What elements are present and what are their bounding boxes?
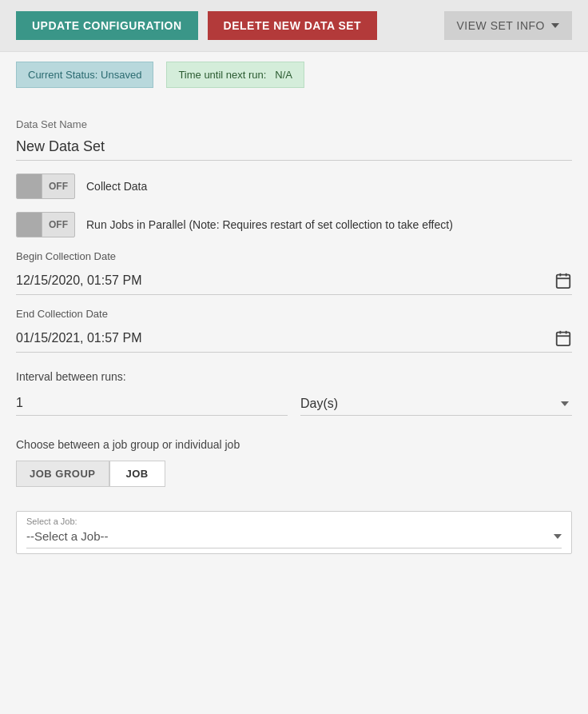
update-configuration-button[interactable]: UPDATE CONFIGURATION [16, 11, 198, 40]
select-job-label: Select a Job: [26, 517, 77, 526]
interval-number-input[interactable] [16, 391, 288, 416]
begin-collection-date-row: 12/15/2020, 01:57 PM [16, 267, 572, 295]
interval-label: Interval between runs: [16, 370, 572, 383]
status-bar: Current Status: Unsaved Time until next … [0, 52, 588, 98]
end-collection-date-field: End Collection Date 01/15/2021, 01:57 PM [16, 308, 572, 353]
toolbar: UPDATE CONFIGURATION DELETE NEW DATA SET… [0, 0, 588, 52]
chevron-down-icon [551, 23, 559, 28]
select-job-chevron-icon [554, 534, 562, 539]
data-set-name-value: New Data Set [16, 134, 572, 161]
select-job-section: Select a Job: --Select a Job-- [16, 511, 572, 554]
run-jobs-label: Run Jobs in Parallel (Note: Requires res… [86, 218, 453, 231]
collect-data-knob [17, 174, 42, 199]
end-collection-date-value: 01/15/2021, 01:57 PM [16, 331, 554, 345]
run-jobs-row: OFF Run Jobs in Parallel (Note: Requires… [16, 212, 572, 237]
interval-inputs: Minute(s) Hour(s) Day(s) Week(s) Month(s… [16, 391, 572, 416]
job-group-section: Choose between a job group or individual… [16, 438, 572, 487]
interval-section: Interval between runs: Minute(s) Hour(s)… [16, 370, 572, 416]
end-collection-date-label: End Collection Date [16, 308, 572, 320]
current-status-badge: Current Status: Unsaved [16, 62, 153, 88]
begin-collection-date-label: Begin Collection Date [16, 250, 572, 262]
svg-rect-0 [557, 275, 570, 289]
run-jobs-toggle-state: OFF [42, 219, 74, 230]
data-set-name-label: Data Set Name [16, 118, 572, 130]
current-status-label: Current Status: [28, 69, 97, 81]
main-content: Data Set Name New Data Set OFF Collect D… [0, 98, 588, 578]
view-set-info-label: VIEW SET INFO [457, 19, 545, 32]
select-job-select[interactable]: --Select a Job-- [26, 529, 554, 543]
page-container: UPDATE CONFIGURATION DELETE NEW DATA SET… [0, 0, 588, 714]
time-until-value: N/A [275, 69, 292, 81]
run-jobs-toggle[interactable]: OFF [16, 212, 75, 237]
time-until-label: Time until next run: [178, 69, 266, 81]
collect-data-toggle-state: OFF [42, 181, 74, 192]
job-group-button[interactable]: JOB GROUP [16, 461, 109, 487]
begin-collection-date-field: Begin Collection Date 12/15/2020, 01:57 … [16, 250, 572, 295]
begin-collection-date-value: 12/15/2020, 01:57 PM [16, 273, 554, 288]
collect-data-toggle[interactable]: OFF [16, 174, 75, 199]
collect-data-row: OFF Collect Data [16, 174, 572, 199]
select-job-dropdown-row: --Select a Job-- [26, 529, 562, 548]
interval-unit-container: Minute(s) Hour(s) Day(s) Week(s) Month(s… [300, 392, 572, 416]
end-date-calendar-icon[interactable] [554, 329, 572, 347]
run-jobs-knob [17, 212, 42, 237]
job-group-label: Choose between a job group or individual… [16, 438, 572, 451]
current-status-value: Unsaved [101, 69, 141, 81]
svg-rect-4 [557, 333, 570, 346]
end-collection-date-row: 01/15/2021, 01:57 PM [16, 325, 572, 353]
delete-dataset-button[interactable]: DELETE NEW DATA SET [208, 11, 378, 40]
data-set-name-field: Data Set Name New Data Set [16, 118, 572, 161]
collect-data-label: Collect Data [86, 180, 147, 193]
interval-unit-select[interactable]: Minute(s) Hour(s) Day(s) Week(s) Month(s… [300, 392, 572, 415]
view-set-info-button[interactable]: VIEW SET INFO [444, 11, 572, 40]
job-toggle-group: JOB GROUP JOB [16, 461, 572, 487]
job-button[interactable]: JOB [109, 461, 165, 487]
time-until-next-run-badge: Time until next run: N/A [166, 62, 304, 88]
begin-date-calendar-icon[interactable] [554, 272, 572, 289]
